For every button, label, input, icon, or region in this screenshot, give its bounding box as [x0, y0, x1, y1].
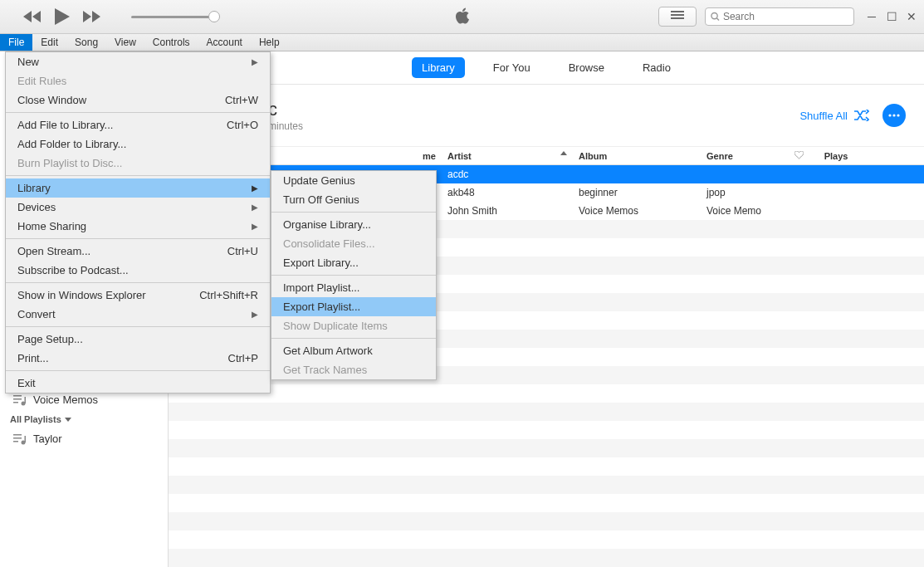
playlist-header: c minutes Shuffle All: [169, 85, 924, 147]
svg-rect-12: [13, 441, 18, 442]
menu-item[interactable]: Close WindowCtrl+W: [6, 90, 270, 110]
previous-icon[interactable]: [23, 11, 42, 22]
table-row-empty: [169, 512, 924, 530]
menu-account[interactable]: Account: [198, 34, 251, 51]
sidebar-all-playlists-header[interactable]: All Playlists: [0, 409, 168, 429]
table-row-empty: [169, 476, 924, 494]
menu-help[interactable]: Help: [251, 34, 288, 51]
svg-rect-7: [13, 402, 18, 403]
menu-item: Burn Playlist to Disc...: [6, 154, 270, 173]
table-row-empty: [169, 421, 924, 439]
sort-ascending-icon: [560, 151, 567, 155]
menu-controls[interactable]: Controls: [144, 34, 198, 51]
col-genre[interactable]: Genre: [702, 151, 786, 161]
menu-item[interactable]: Show in Windows ExplorerCtrl+Shift+R: [6, 286, 270, 305]
sidebar-label: Taylor: [33, 433, 62, 445]
tabs: Library For You Browse Radio: [169, 51, 924, 85]
dots-icon: [888, 114, 900, 117]
sidebar-label: Voice Memos: [33, 393, 98, 406]
svg-rect-14: [25, 436, 27, 442]
menu-item[interactable]: Exit: [6, 374, 270, 393]
table-row-empty: [169, 439, 924, 457]
playlist-title: c: [268, 99, 303, 120]
submenu-item: Show Duplicate Items: [271, 316, 436, 335]
shuffle-all-button[interactable]: Shuffle All: [799, 110, 869, 122]
playlist-subtitle: minutes: [268, 120, 303, 132]
svg-point-16: [892, 114, 895, 116]
menu-bar: File Edit Song View Controls Account Hel…: [0, 34, 924, 51]
chevron-down-icon: [65, 418, 71, 422]
search-icon: [711, 12, 720, 22]
submenu-item: Consolidate Files...: [271, 234, 436, 253]
submenu-item[interactable]: Get Album Artwork: [271, 341, 436, 360]
sidebar-item-taylor[interactable]: Taylor: [0, 429, 168, 448]
title-bar: ─ ☐ ✕: [0, 0, 924, 34]
playback-controls: [0, 8, 214, 25]
col-artist[interactable]: Artist: [442, 151, 574, 161]
col-heart[interactable]: [786, 151, 811, 161]
svg-rect-10: [13, 434, 22, 436]
maximize-button[interactable]: ☐: [886, 11, 897, 22]
menu-item: Edit Rules: [6, 71, 270, 90]
menu-item[interactable]: Add Folder to Library...: [6, 134, 270, 154]
submenu-item[interactable]: Turn Off Genius: [271, 190, 436, 209]
playlist-icon: [13, 433, 27, 445]
apple-logo-icon: [454, 6, 471, 28]
tab-radio[interactable]: Radio: [633, 57, 681, 78]
submenu-item[interactable]: Export Library...: [271, 253, 436, 272]
menu-item[interactable]: Home Sharing▶: [6, 217, 270, 236]
svg-rect-0: [671, 11, 684, 12]
menu-item[interactable]: Page Setup...: [6, 330, 270, 349]
shuffle-icon: [854, 110, 869, 121]
menu-item[interactable]: New▶: [6, 52, 270, 71]
next-icon[interactable]: [83, 11, 101, 22]
menu-item[interactable]: Subscribe to Podcast...: [6, 261, 270, 280]
svg-rect-6: [13, 398, 22, 400]
submenu-item: Get Track Names: [271, 360, 436, 379]
submenu-item[interactable]: Import Playlist...: [271, 278, 436, 297]
menu-item[interactable]: Convert▶: [6, 305, 270, 324]
svg-rect-9: [25, 397, 27, 403]
table-row-empty: [169, 457, 924, 476]
menu-view[interactable]: View: [106, 34, 144, 51]
table-header: me Artist Album Genre Plays: [169, 147, 924, 165]
menu-item[interactable]: Devices▶: [6, 198, 270, 217]
svg-point-3: [711, 12, 717, 18]
tab-library[interactable]: Library: [412, 57, 465, 78]
svg-line-4: [716, 18, 719, 21]
tab-for-you[interactable]: For You: [483, 57, 540, 78]
menu-item[interactable]: Open Stream...Ctrl+U: [6, 242, 270, 261]
table-row-empty: [169, 530, 924, 549]
table-row-empty: [169, 384, 924, 403]
menu-edit[interactable]: Edit: [32, 34, 66, 51]
submenu-item[interactable]: Update Genius: [271, 171, 436, 190]
svg-rect-2: [671, 17, 684, 19]
volume-slider[interactable]: [131, 16, 214, 18]
more-options-button[interactable]: [882, 104, 906, 127]
menu-file[interactable]: File: [0, 34, 32, 51]
submenu-item[interactable]: Export Playlist...: [271, 297, 436, 316]
list-view-button[interactable]: [658, 7, 697, 27]
svg-rect-5: [13, 395, 22, 397]
play-icon[interactable]: [55, 8, 70, 25]
table-row-empty: [169, 549, 924, 567]
library-submenu: Update GeniusTurn Off GeniusOrganise Lib…: [271, 170, 437, 380]
file-dropdown-menu: New▶Edit RulesClose WindowCtrl+WAdd File…: [5, 51, 271, 393]
search-input[interactable]: [705, 7, 854, 26]
menu-item[interactable]: Library▶: [6, 178, 270, 198]
tab-browse[interactable]: Browse: [559, 57, 614, 78]
svg-rect-11: [13, 437, 22, 439]
table-row-empty: [169, 403, 924, 421]
submenu-item[interactable]: Organise Library...: [271, 215, 436, 234]
close-button[interactable]: ✕: [906, 11, 917, 22]
menu-item[interactable]: Print...Ctrl+P: [6, 349, 270, 368]
col-plays[interactable]: Plays: [811, 151, 861, 161]
svg-point-15: [888, 114, 891, 116]
col-album[interactable]: Album: [574, 151, 702, 161]
search-field[interactable]: [723, 11, 848, 22]
menu-item[interactable]: Add File to Library...Ctrl+O: [6, 115, 270, 134]
minimize-button[interactable]: ─: [866, 11, 878, 22]
heart-icon: [794, 151, 804, 159]
table-row-empty: [169, 494, 924, 512]
menu-song[interactable]: Song: [66, 34, 106, 51]
